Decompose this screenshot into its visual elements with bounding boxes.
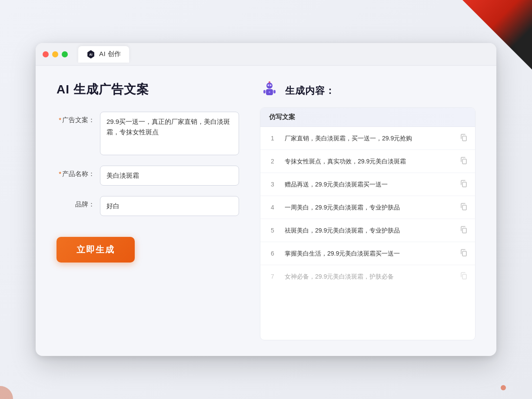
browser-window: AI AI 创作 AI 生成广告文案 *广告文案： 29.9买一送一，真正的厂家… <box>36 43 496 356</box>
result-number: 7 <box>267 273 278 280</box>
result-number: 4 <box>267 204 278 211</box>
ai-tab-icon: AI <box>86 50 96 59</box>
results-list: 1厂家直销，美白淡斑霜，买一送一，29.9元抢购 2专抹女性斑点，真实功效，29… <box>260 127 475 288</box>
product-label: *产品名称： <box>57 166 95 178</box>
result-text: 掌握美白生活，29.9元美白淡斑霜买一送一 <box>285 249 452 258</box>
svg-rect-17 <box>462 228 466 233</box>
brand-row: 品牌： <box>57 196 239 216</box>
svg-rect-13 <box>462 136 466 141</box>
close-button[interactable] <box>43 51 49 57</box>
svg-text:AI: AI <box>89 52 92 56</box>
robot-icon <box>260 81 279 100</box>
minimize-button[interactable] <box>52 51 58 57</box>
svg-rect-10 <box>273 90 276 93</box>
required-mark-ad: * <box>59 116 61 123</box>
table-row: 5祛斑美白，29.9元美白淡斑霜，专业护肤品 <box>260 219 475 242</box>
tab-label: AI 创作 <box>99 50 121 58</box>
table-row: 3赠品再送，29.9元美白淡斑霜买一送一 <box>260 173 475 196</box>
result-number: 5 <box>267 227 278 234</box>
result-text: 赠品再送，29.9元美白淡斑霜买一送一 <box>285 180 452 189</box>
table-row: 6掌握美白生活，29.9元美白淡斑霜买一送一 <box>260 242 475 265</box>
svg-rect-19 <box>462 274 466 279</box>
traffic-lights <box>43 51 68 57</box>
svg-rect-9 <box>263 90 266 93</box>
left-panel: AI 生成广告文案 *广告文案： 29.9买一送一，真正的厂家直销，美白淡斑霜，… <box>57 81 239 340</box>
table-row: 7女神必备，29.9元美白淡斑霜，护肤必备 <box>260 265 475 288</box>
right-panel: 生成内容： 仿写文案 1厂家直销，美白淡斑霜，买一送一，29.9元抢购 2专抹女… <box>260 81 475 340</box>
svg-point-7 <box>270 85 272 86</box>
svg-rect-16 <box>462 205 466 210</box>
svg-point-6 <box>268 85 269 86</box>
svg-rect-15 <box>462 182 466 187</box>
table-row: 1厂家直销，美白淡斑霜，买一送一，29.9元抢购 <box>260 127 475 150</box>
generate-btn-wrapper: 立即生成 <box>57 226 239 263</box>
copy-button[interactable] <box>459 271 468 282</box>
ad-copy-label: *广告文案： <box>57 112 95 124</box>
svg-point-5 <box>269 81 270 83</box>
copy-button[interactable] <box>459 156 468 166</box>
result-text: 专抹女性斑点，真实功效，29.9元美白淡斑霜 <box>285 157 452 166</box>
brand-label: 品牌： <box>57 196 95 209</box>
deco-bottom-right <box>501 385 506 390</box>
title-bar: AI AI 创作 <box>36 43 496 66</box>
copy-button[interactable] <box>459 133 468 143</box>
result-number: 3 <box>267 181 278 188</box>
brand-input[interactable] <box>100 196 239 216</box>
page-title: AI 生成广告文案 <box>57 81 239 98</box>
result-text: 祛斑美白，29.9元美白淡斑霜，专业护肤品 <box>285 226 452 235</box>
product-name-input[interactable] <box>100 166 239 186</box>
ad-copy-input[interactable]: 29.9买一送一，真正的厂家直销，美白淡斑霜，专抹女性斑点 <box>100 112 239 155</box>
table-row: 2专抹女性斑点，真实功效，29.9元美白淡斑霜 <box>260 150 475 173</box>
copy-button[interactable] <box>459 202 468 213</box>
results-table: 仿写文案 1厂家直销，美白淡斑霜，买一送一，29.9元抢购 2专抹女性斑点，真实… <box>260 107 475 340</box>
ai-tab[interactable]: AI AI 创作 <box>78 46 129 63</box>
results-title: 生成内容： <box>285 84 335 97</box>
copy-button[interactable] <box>459 248 468 259</box>
copy-button[interactable] <box>459 225 468 236</box>
result-text: 一周美白，29.9元美白淡斑霜，专业护肤品 <box>285 203 452 212</box>
generate-button[interactable]: 立即生成 <box>57 237 135 263</box>
product-name-row: *产品名称： <box>57 166 239 186</box>
result-number: 2 <box>267 158 278 165</box>
maximize-button[interactable] <box>62 51 68 57</box>
results-column-header: 仿写文案 <box>260 108 475 127</box>
main-content: AI 生成广告文案 *广告文案： 29.9买一送一，真正的厂家直销，美白淡斑霜，… <box>36 66 496 356</box>
deco-bottom-left <box>0 386 13 399</box>
right-header: 生成内容： <box>260 81 475 100</box>
svg-point-12 <box>269 91 270 93</box>
result-number: 6 <box>267 250 278 257</box>
result-text: 厂家直销，美白淡斑霜，买一送一，29.9元抢购 <box>285 134 452 143</box>
svg-rect-18 <box>462 251 466 256</box>
result-text: 女神必备，29.9元美白淡斑霜，护肤必备 <box>285 272 452 281</box>
result-number: 1 <box>267 135 278 142</box>
svg-rect-14 <box>462 159 466 164</box>
table-row: 4一周美白，29.9元美白淡斑霜，专业护肤品 <box>260 196 475 219</box>
svg-rect-11 <box>268 86 271 87</box>
ad-copy-row: *广告文案： 29.9买一送一，真正的厂家直销，美白淡斑霜，专抹女性斑点 <box>57 112 239 155</box>
copy-button[interactable] <box>459 179 468 190</box>
required-mark-product: * <box>59 170 61 177</box>
